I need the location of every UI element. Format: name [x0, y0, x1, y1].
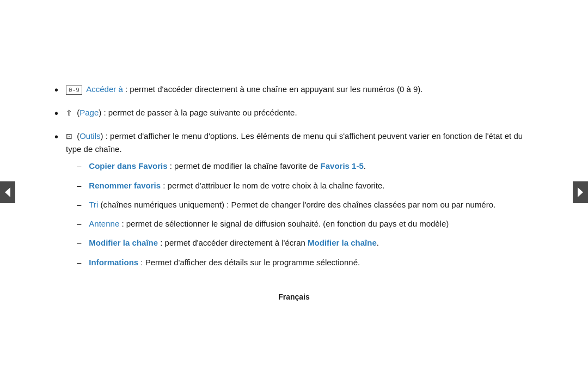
right-arrow-icon	[577, 187, 584, 197]
list-item: • ⊡ (Outils) : permet d'afficher le menu…	[54, 130, 534, 275]
informations-rest: : Permet d'afficher des détails sur le p…	[138, 258, 360, 267]
sub-dash: –	[66, 160, 81, 172]
svg-marker-0	[5, 187, 10, 197]
key-icon: 0-9	[66, 86, 82, 95]
antenne-rest: : permet de sélectionner le signal de di…	[119, 219, 449, 228]
sub-dash: –	[66, 198, 81, 211]
copier-rest: : permet de modifier la chaîne favorite …	[168, 161, 321, 170]
main-content: • 0-9 Accéder à : permet d'accéder direc…	[33, 66, 555, 318]
acceder-link: Accéder à	[86, 84, 123, 94]
acceder-rest: : permet d'accéder directement à une cha…	[123, 84, 423, 94]
antenne-link: Antenne	[89, 219, 119, 228]
modifier-link: Modifier la chaîne	[89, 238, 158, 247]
sub-dash: –	[66, 179, 81, 192]
modifier-rest: : permet d'accéder directement à l'écran	[158, 238, 308, 247]
sub-dash: –	[66, 217, 81, 230]
sub-list: – Copier dans Favoris : permet de modifi…	[66, 160, 534, 269]
list-item: • ⇧ (Page) : permet de passer à la page …	[54, 106, 534, 122]
renommer-rest: : permet d'attribuer le nom de votre cho…	[161, 181, 384, 190]
bullet-dot: •	[54, 105, 58, 122]
sub-text-modifier: Modifier la chaîne : permet d'accéder di…	[89, 236, 534, 249]
list-item: – Modifier la chaîne : permet d'accéder …	[66, 236, 534, 249]
page-rest: : permet de passer à la page suivante ou…	[101, 108, 297, 117]
sub-text-tri: Tri (chaînes numériques uniquement) : Pe…	[89, 198, 534, 211]
modifier-link2: Modifier la chaîne	[308, 238, 377, 247]
copier-link: Copier dans Favoris	[89, 161, 167, 170]
outils-link: Outils	[79, 131, 100, 141]
bullet-text-outils: ⊡ (Outils) : permet d'afficher le menu d…	[66, 130, 534, 275]
list-item: – Tri (chaînes numériques uniquement) : …	[66, 198, 534, 211]
bullet-list: • 0-9 Accéder à : permet d'accéder direc…	[54, 83, 534, 275]
page-link: Page	[79, 108, 99, 117]
sub-dash: –	[66, 236, 81, 249]
svg-marker-1	[578, 187, 583, 197]
list-item: – Renommer favoris : permet d'attribuer …	[66, 179, 534, 192]
outils-icon: ⊡	[66, 132, 72, 141]
renommer-link: Renommer favoris	[89, 181, 161, 190]
outils-rest: : permet d'afficher le menu d'options. L…	[66, 131, 523, 154]
informations-link: Informations	[89, 258, 138, 267]
bullet-text-acceder: 0-9 Accéder à : permet d'accéder directe…	[66, 83, 534, 95]
sub-text-renommer: Renommer favoris : permet d'attribuer le…	[89, 179, 534, 192]
sub-text-antenne: Antenne : permet de sélectionner le sign…	[89, 217, 534, 230]
footer-language: Français	[54, 292, 534, 301]
left-arrow-icon	[4, 187, 11, 197]
sub-text-copier: Copier dans Favoris : permet de modifier…	[89, 160, 534, 172]
sub-dash: –	[66, 256, 81, 269]
bullet-text-page: ⇧ (Page) : permet de passer à la page su…	[66, 106, 534, 119]
tri-rest: (chaînes numériques uniquement) : Permet…	[98, 200, 495, 209]
list-item: – Copier dans Favoris : permet de modifi…	[66, 160, 534, 172]
favoris-link: Favoris 1-5	[321, 161, 364, 170]
copier-rest2: .	[364, 161, 366, 170]
bullet-dot: •	[54, 82, 58, 99]
list-item: – Antenne : permet de sélectionner le si…	[66, 217, 534, 230]
list-item: – Informations : Permet d'afficher des d…	[66, 256, 534, 269]
page-icon: ⇧	[66, 108, 72, 117]
sub-text-informations: Informations : Permet d'afficher des dét…	[89, 256, 534, 269]
nav-arrow-left[interactable]	[0, 181, 15, 203]
list-item: • 0-9 Accéder à : permet d'accéder direc…	[54, 83, 534, 99]
nav-arrow-right[interactable]	[573, 181, 588, 203]
bullet-dot: •	[54, 129, 58, 145]
modifier-rest2: .	[377, 238, 379, 247]
tri-link: Tri	[89, 200, 98, 209]
